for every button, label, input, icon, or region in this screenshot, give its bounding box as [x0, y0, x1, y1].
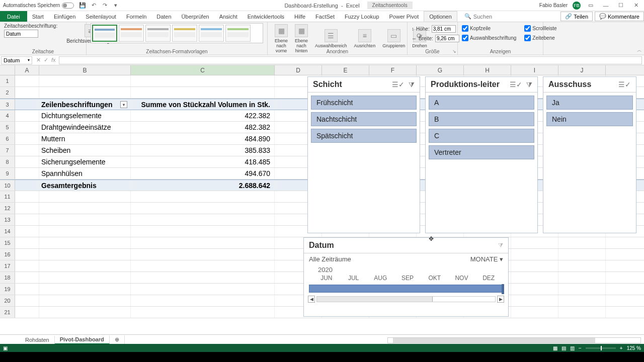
view-normal-icon[interactable]: ▦	[553, 345, 557, 351]
row-header[interactable]: 5	[0, 122, 15, 133]
col-header[interactable]: E	[322, 65, 369, 75]
tab-entwickler[interactable]: Entwicklertools	[243, 11, 289, 22]
redo-icon[interactable]: ↷	[101, 2, 108, 9]
timeline-datum[interactable]: Datum ⧩ Alle Zeiträume MONATE ▾ 2020 JUN…	[303, 237, 509, 317]
filter-dropdown-icon[interactable]: ▾	[120, 101, 127, 108]
style-thumb[interactable]	[145, 25, 171, 42]
slicer-item[interactable]: Nachtschicht	[311, 112, 417, 126]
minimize-icon[interactable]: —	[601, 2, 611, 9]
row-header[interactable]: 18	[0, 272, 15, 283]
record-macro-icon[interactable]: ▣	[3, 345, 8, 351]
row-header[interactable]: 17	[0, 260, 15, 272]
slicer-item[interactable]: Nein	[546, 112, 633, 126]
slicer-leiter[interactable]: Produktions-leiter ☰✓⧩ A B C Vertreter	[425, 76, 538, 233]
formula-input[interactable]	[59, 56, 642, 64]
dialog-launcher-icon[interactable]: ↘	[452, 49, 456, 54]
tab-file[interactable]: Datei	[0, 11, 27, 22]
clear-filter-icon[interactable]: ⧩	[409, 80, 415, 89]
undo-icon[interactable]: ↶	[90, 2, 97, 9]
maximize-icon[interactable]: ☐	[616, 2, 626, 9]
row-header[interactable]: 7	[0, 145, 15, 156]
col-header[interactable]: F	[369, 65, 417, 75]
row-header[interactable]: 20	[0, 295, 15, 306]
cancel-fx-icon[interactable]: ✕	[36, 57, 41, 63]
select-all[interactable]	[0, 65, 15, 75]
timeline-scrollbar[interactable]	[316, 296, 496, 302]
row-header[interactable]: 1	[0, 75, 15, 86]
tab-fuzzy[interactable]: Fuzzy Lookup	[340, 11, 384, 22]
slicer-item[interactable]: C	[429, 129, 534, 143]
style-thumb[interactable]	[92, 25, 117, 42]
col-header[interactable]: J	[558, 65, 606, 75]
row-header[interactable]: 12	[0, 203, 15, 214]
tab-ueberpruefen[interactable]: Überprüfen	[177, 11, 214, 22]
horizontal-scrollbar[interactable]	[387, 337, 641, 344]
width-input[interactable]	[435, 35, 459, 42]
tab-start[interactable]: Start	[27, 11, 49, 22]
multiselect-icon[interactable]: ☰✓	[618, 80, 631, 88]
slicer-item[interactable]: Vertreter	[429, 145, 534, 159]
tab-formeln[interactable]: Formeln	[121, 11, 151, 22]
row-header[interactable]: 14	[0, 226, 15, 237]
slicer-ausschuss[interactable]: Ausschuss ☰✓ Ja Nein	[543, 76, 636, 233]
chk-zeitebene[interactable]: Zeitebene	[524, 35, 556, 41]
col-header[interactable]: I	[511, 65, 558, 75]
save-icon[interactable]: 💾	[79, 2, 86, 9]
slicer-item[interactable]: B	[429, 112, 534, 126]
align-button[interactable]: ≡Ausrichten	[351, 28, 379, 49]
height-input[interactable]	[432, 25, 456, 33]
zoom-in-icon[interactable]: +	[620, 345, 623, 351]
timeline-level[interactable]: MONATE ▾	[470, 255, 503, 263]
clear-filter-icon[interactable]: ⧩	[526, 80, 532, 89]
tab-optionen[interactable]: Optionen	[424, 11, 457, 22]
col-header[interactable]: H	[464, 65, 511, 75]
zoom-level[interactable]: 125 %	[627, 345, 641, 351]
row-header[interactable]: 4	[0, 110, 15, 121]
name-box[interactable]: Datum▾	[1, 56, 32, 64]
style-thumb[interactable]	[199, 25, 224, 42]
row-header[interactable]: 10	[0, 180, 15, 191]
slicer-item[interactable]: A	[429, 96, 534, 110]
slicer-schicht[interactable]: Schicht ☰✓⧩ Frühschicht Nachtschicht Spä…	[307, 76, 420, 233]
sheet-tab[interactable]: Pivot-Dashboard	[55, 335, 110, 344]
slicer-item[interactable]: Spätschicht	[311, 129, 417, 143]
style-thumb[interactable]	[225, 25, 251, 42]
row-header[interactable]: 3	[0, 99, 15, 110]
scroll-right-icon[interactable]: ▶	[497, 296, 504, 303]
enter-fx-icon[interactable]: ✓	[44, 57, 48, 63]
tab-factset[interactable]: FactSet	[310, 11, 340, 22]
autosave-toggle[interactable]	[62, 3, 74, 9]
col-header[interactable]: C	[131, 65, 275, 75]
group-button[interactable]: ▭Gruppieren	[379, 28, 408, 49]
row-header[interactable]: 19	[0, 284, 15, 295]
chk-scrollleiste[interactable]: Scrollleiste	[524, 25, 556, 32]
row-header[interactable]: 11	[0, 191, 15, 202]
row-header[interactable]: 13	[0, 214, 15, 225]
style-thumb[interactable]	[119, 25, 144, 42]
row-header[interactable]: 8	[0, 156, 15, 167]
chk-kopfzeile[interactable]: Kopfzeile	[462, 25, 516, 32]
tab-seitenlayout[interactable]: Seitenlayout	[80, 11, 121, 22]
view-pagebreak-icon[interactable]: ▥	[570, 345, 575, 351]
new-sheet-button[interactable]: ⊕	[110, 335, 125, 344]
tab-hilfe[interactable]: Hilfe	[289, 11, 310, 22]
col-header[interactable]: G	[417, 65, 464, 75]
close-icon[interactable]: ✕	[631, 2, 641, 9]
multiselect-icon[interactable]: ☰✓	[510, 80, 522, 89]
tab-daten[interactable]: Daten	[151, 11, 176, 22]
scroll-left-icon[interactable]: ◀	[308, 296, 315, 303]
search-box[interactable]: 🔍 Suchen	[464, 11, 492, 22]
caption-input[interactable]	[4, 30, 38, 38]
tab-einfuegen[interactable]: Einfügen	[49, 11, 80, 22]
chk-auswahl[interactable]: Auswahlbeschriftung	[462, 35, 516, 41]
avatar[interactable]: FB	[573, 2, 581, 10]
zoom-out-icon[interactable]: −	[579, 345, 582, 351]
tab-powerpivot[interactable]: Power Pivot	[384, 11, 424, 22]
row-header[interactable]: 15	[0, 237, 15, 248]
selection-pane-button[interactable]: ☰Auswahlbereich	[312, 28, 350, 49]
clear-filter-icon[interactable]: ⧩	[498, 242, 503, 249]
view-pagelayout-icon[interactable]: ▤	[561, 345, 566, 351]
timeline-selection-bar[interactable]	[309, 285, 503, 293]
style-thumb[interactable]	[172, 25, 197, 42]
style-gallery[interactable]	[91, 23, 263, 43]
